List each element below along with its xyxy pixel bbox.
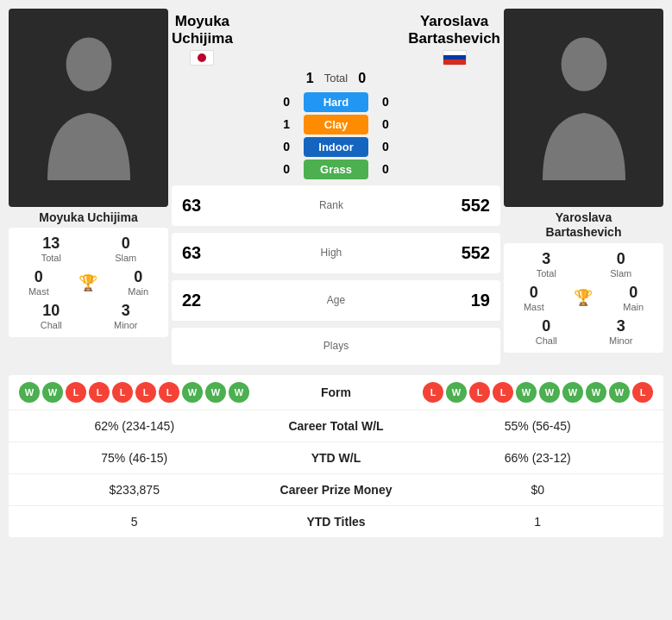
center-stats: 63 Rank 552 63 High 552 22 Age 19 Plays (172, 185, 500, 368)
grass-row: 0 Grass 0 (172, 160, 500, 179)
form-badge-p2: W (539, 382, 560, 403)
player1-stats-grid3: 10 Chall 3 Minor (17, 302, 160, 330)
player2-ytd-wl: 66% (23-12) (423, 451, 654, 465)
high-card: 63 High 552 (172, 233, 500, 273)
form-badge-p1: W (42, 382, 63, 403)
form-badge-p2: W (446, 382, 467, 403)
player2-trophy-icon: 🏆 (562, 284, 606, 312)
player2-silhouette (504, 9, 663, 207)
player1-trophy-icon: 🏆 (67, 268, 110, 297)
age-card: 22 Age 19 (172, 280, 500, 321)
clay-badge: Clay (304, 115, 368, 135)
player2-mast: 0 Mast (512, 284, 556, 312)
hard-row: 0 Hard 0 (172, 92, 500, 112)
player1-form: WWLLLLLWWW (19, 382, 285, 403)
player2-stats-grid2: 0 Mast 🏆 0 Main (512, 284, 655, 312)
rank-card: 63 Rank 552 (172, 185, 500, 226)
player1-mast: 0 Mast (17, 268, 60, 297)
form-badge-p2: L (469, 382, 490, 403)
player2-main: 0 Main (612, 284, 655, 312)
page-container: Moyuka Uchijima 13 Total 0 Slam 0 (0, 0, 672, 546)
player2-form: LWLLWWWWWL (388, 382, 654, 403)
player1-name-area: Moyuka Uchijima (172, 9, 233, 67)
player2-photo (504, 9, 663, 207)
form-badge-p2: W (562, 382, 583, 403)
svg-point-0 (66, 37, 111, 91)
player2-slam: 0 Slam (587, 250, 656, 279)
career-wl-label: Career Total W/L (250, 419, 423, 433)
player2-name-area: Yaroslava Bartashevich (408, 9, 500, 67)
player1-stats-grid2: 0 Mast 🏆 0 Main (17, 268, 160, 297)
form-badge-p2: W (516, 382, 537, 403)
indoor-row: 0 Indoor 0 (172, 137, 500, 157)
player2-name: Yaroslava Bartashevich (408, 13, 500, 48)
player1-slam: 0 Slam (92, 235, 160, 263)
prize-row: $233,875 Career Prize Money $0 (9, 474, 663, 506)
prize-label: Career Prize Money (250, 483, 423, 497)
player1-main: 0 Main (116, 268, 160, 297)
player1-flag (190, 50, 214, 66)
center-block: Moyuka Uchijima Yaroslava Bartashevich (168, 9, 504, 368)
player2-total: 3 Total (512, 250, 581, 279)
form-badge-p1: L (89, 382, 110, 403)
clay-row: 1 Clay 0 (172, 115, 500, 135)
plays-card: Plays (172, 328, 500, 365)
player2-block: YaroslavaBartashevich 3 Total 0 Slam (504, 9, 663, 368)
form-badge-p1: L (66, 382, 86, 403)
player1-total: 13 Total (17, 235, 85, 263)
indoor-badge: Indoor (304, 137, 368, 157)
form-badge-p1: L (135, 382, 156, 403)
form-badge-p2: L (493, 382, 513, 403)
player1-prize: $233,875 (19, 483, 250, 497)
player2-flag (443, 50, 467, 66)
player-names-row: Moyuka Uchijima Yaroslava Bartashevich (172, 9, 500, 67)
player2-display-name: YaroslavaBartashevich (504, 210, 663, 240)
ytd-wl-label: YTD W/L (250, 451, 423, 465)
form-badge-p2: W (609, 382, 630, 403)
ytd-titles-label: YTD Titles (250, 515, 423, 529)
player1-minor: 3 Minor (92, 302, 160, 330)
ytd-titles-row: 5 YTD Titles 1 (9, 506, 663, 537)
grass-badge: Grass (304, 160, 368, 179)
form-badge-p1: W (19, 382, 40, 403)
form-badge-p1: L (159, 382, 179, 403)
player2-minor: 3 Minor (587, 317, 656, 346)
player1-career-wl: 62% (234-145) (19, 419, 250, 433)
form-badge-p1: W (229, 382, 249, 403)
player1-ytd-titles: 5 (19, 515, 250, 529)
form-badge-p2: W (586, 382, 606, 403)
career-wl-row: 62% (234-145) Career Total W/L 55% (56-4… (9, 410, 663, 442)
form-row: WWLLLLLWWW Form LWLLWWWWWL (9, 375, 663, 410)
player1-ytd-wl: 75% (46-15) (19, 451, 250, 465)
player1-stats-card: 13 Total 0 Slam 0 Mast 🏆 0 (9, 228, 168, 337)
hard-badge: Hard (304, 92, 368, 112)
player2-stats-grid3: 0 Chall 3 Minor (512, 317, 655, 346)
player1-silhouette (9, 9, 168, 207)
form-badge-p1: L (112, 382, 133, 403)
ytd-wl-row: 75% (46-15) YTD W/L 66% (23-12) (9, 442, 663, 474)
player2-stats-card: 3 Total 0 Slam 0 Mast 🏆 0 (504, 243, 663, 353)
player2-chall: 0 Chall (512, 317, 581, 346)
player1-photo (9, 9, 168, 207)
form-badge-p1: W (205, 382, 226, 403)
player1-stats-grid: 13 Total 0 Slam (17, 235, 160, 263)
total-section: 1 Total 0 (306, 71, 366, 86)
player2-ytd-titles: 1 (423, 515, 654, 529)
bottom-section: WWLLLLLWWW Form LWLLWWWWWL 62% (234-145)… (9, 375, 663, 537)
player2-career-wl: 55% (56-45) (423, 419, 654, 433)
player1-block: Moyuka Uchijima 13 Total 0 Slam 0 (9, 9, 168, 368)
form-badge-p2: L (423, 382, 443, 403)
player2-prize: $0 (423, 483, 654, 497)
form-badge-p1: W (182, 382, 203, 403)
svg-point-1 (561, 37, 606, 91)
form-label: Form (285, 385, 388, 399)
top-comparison: Moyuka Uchijima 13 Total 0 Slam 0 (9, 9, 663, 368)
player1-chall: 10 Chall (17, 302, 85, 330)
surface-rows: 0 Hard 0 1 Clay 0 0 Indoor 0 0 Grass (172, 90, 500, 182)
form-badge-p2: L (632, 382, 653, 403)
player1-display-name: Moyuka Uchijima (9, 210, 168, 224)
player2-stats-grid: 3 Total 0 Slam (512, 250, 655, 279)
player1-name: Moyuka Uchijima (172, 13, 233, 48)
